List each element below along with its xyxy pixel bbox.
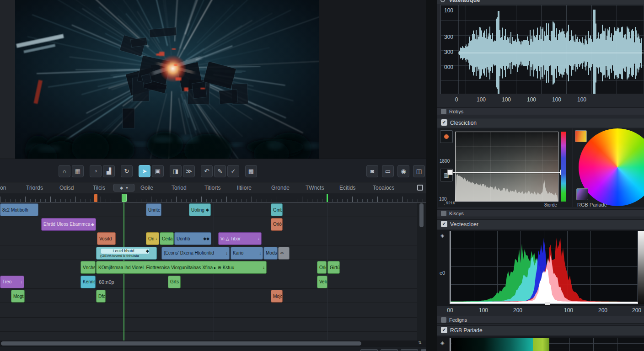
timeline-clip[interactable]: Unrite xyxy=(146,203,161,216)
timeline-clip[interactable]: Mojo xyxy=(271,290,283,303)
menu-item-6[interactable]: Toriod xyxy=(172,185,187,191)
kiscys-checkbox[interactable] xyxy=(441,211,446,216)
toolbar-button-frame-icon[interactable]: ▭ xyxy=(382,165,394,177)
timeline-clip[interactable]: Gmb xyxy=(271,203,283,216)
toolbar-button-brush-icon[interactable]: ✓ xyxy=(227,165,239,177)
timeline-clip[interactable]: Kario↓ xyxy=(231,247,263,260)
timeline-clip[interactable]: Mogts xyxy=(11,290,25,303)
toolbar-button-undo-icon[interactable]: ↶ xyxy=(201,165,213,177)
timeline-vertical-scrollbar[interactable] xyxy=(417,202,426,340)
toolbar-button-select-tool-icon[interactable]: ➤ xyxy=(139,165,150,177)
timeline-clip[interactable]: Vositd xyxy=(97,232,116,245)
timeline-clip[interactable]: Leuid bbutd◆(GEVA:tovmd b thhuisia xyxy=(96,247,157,260)
timeline-clip[interactable]: Treo↓ xyxy=(0,276,24,288)
timeline-clip[interactable]: Uoting◆ xyxy=(189,203,211,216)
timeline-clip[interactable]: Grts xyxy=(168,276,181,288)
section-kiscys[interactable]: Kiscys xyxy=(437,209,644,217)
timeline-clip[interactable]: Mods xyxy=(263,247,278,260)
toolbar-button-refresh-icon[interactable]: ↻ xyxy=(121,165,133,177)
menu-item-1[interactable]: on xyxy=(0,185,6,191)
bottom-button[interactable] xyxy=(401,349,418,351)
menu-tool-pill[interactable]: ◆▾ xyxy=(113,184,134,191)
slider-handle-left[interactable] xyxy=(447,170,453,175)
menu-item-12[interactable]: Tooaiocs xyxy=(373,185,394,191)
menu-item-8[interactable]: Iltiiore xyxy=(237,185,252,191)
timeline-clip[interactable]: Dfor xyxy=(96,290,106,303)
parade-checkbox[interactable] xyxy=(441,327,447,333)
toolbar-button-download-icon[interactable]: ◉ xyxy=(397,165,409,177)
timeline-clip[interactable]: 60:n0p xyxy=(97,276,120,288)
timeline-clip[interactable]: Girtú xyxy=(327,261,340,274)
scroll-end-icon[interactable]: ⇅ xyxy=(418,340,422,345)
menu-item-3[interactable]: Odisd xyxy=(59,185,74,191)
menu-item-10[interactable]: TWncts xyxy=(306,185,324,191)
toolbar-button-layout-icon[interactable]: ▣ xyxy=(152,165,164,177)
curves-checkbox[interactable] xyxy=(441,119,447,126)
menu-item-11[interactable]: Ecitids xyxy=(339,185,355,191)
menu-item-2[interactable]: Triords xyxy=(26,185,43,191)
bottom-button[interactable] xyxy=(381,349,398,351)
timeline-clip[interactable]: 8c2 Motibolh xyxy=(0,203,38,216)
bottom-button[interactable] xyxy=(360,349,378,351)
robys-label: Robys xyxy=(449,109,463,114)
toolbar-button-badge-icon[interactable]: ◙ xyxy=(366,165,378,177)
waveform-section-header[interactable]: Vatelatique xyxy=(437,0,644,4)
toolbar-button-media-bin-icon[interactable]: ▦ xyxy=(72,165,84,177)
robys-checkbox[interactable] xyxy=(441,109,446,114)
timeline-horizontal-scrollbar[interactable]: ⇅ xyxy=(0,340,426,346)
section-parade-header[interactable]: RGB Pariade xyxy=(437,325,644,335)
main-area: ⌂▦◔▟↻➤▣◨≫↶✎✓▩◙▭◉◫ onTriordsOdisdTilcisGo… xyxy=(0,0,430,351)
menu-item-7[interactable]: Titiorts xyxy=(204,185,221,191)
vertical-scroll-thumb[interactable] xyxy=(419,203,424,227)
timeline-clip[interactable]: Vnchs xyxy=(80,261,96,274)
toolbar-button-search-icon[interactable]: ◔ xyxy=(90,165,102,177)
toolbar-button-link-icon[interactable]: ◫ xyxy=(413,165,425,177)
menu-item-9[interactable]: Gronde xyxy=(271,185,290,191)
section-fedigns[interactable]: Fedigns xyxy=(437,316,644,324)
scopes-panel: Vatelatique 100300300000 010010010010010… xyxy=(437,0,644,351)
timeline-clip[interactable]: ∞ xyxy=(278,247,290,260)
menu-item-5[interactable]: Goile xyxy=(140,185,153,191)
orange-marker[interactable] xyxy=(94,194,97,202)
vectorscope-checkbox[interactable] xyxy=(441,221,447,227)
fedigns-checkbox[interactable] xyxy=(441,317,446,323)
timeline-clip[interactable]: Uonhb◆◆ xyxy=(174,232,211,245)
timeline-clip[interactable]: Vi △ Tibor↓ xyxy=(218,232,262,245)
toolbar-button-fast-forward-icon[interactable]: ≫ xyxy=(183,165,195,177)
cool-swatch[interactable] xyxy=(576,188,588,200)
horizontal-scroll-thumb[interactable] xyxy=(1,341,361,346)
section-vectorscope-header[interactable]: Vectescloer xyxy=(437,219,644,229)
timeline-clip[interactable]: On↓ xyxy=(146,232,159,245)
toolbar-button-stats-icon[interactable]: ▟ xyxy=(103,165,115,177)
timeline-settings-icon[interactable] xyxy=(417,185,423,191)
diamond-icon: ◈ xyxy=(440,233,444,239)
clip-label: Kario xyxy=(231,250,259,255)
timeline-clip[interactable]: Ehrtid Uleos Ebammca◆ xyxy=(41,218,96,231)
timeline-clip[interactable]: Orió xyxy=(271,218,283,231)
section-robys[interactable]: Robys xyxy=(437,107,644,115)
timeline-clip[interactable]: Orle xyxy=(317,261,327,274)
playhead-handle[interactable] xyxy=(122,194,127,202)
section-curves-header[interactable]: Clesciction xyxy=(437,118,644,128)
color-dot-button[interactable] xyxy=(440,130,453,143)
clip-label: Mods xyxy=(264,250,277,255)
color-wheel[interactable] xyxy=(579,128,644,206)
histogram-handle[interactable] xyxy=(545,302,550,305)
warm-swatch[interactable] xyxy=(575,130,587,142)
clip-label: Unrite xyxy=(146,207,161,213)
histogram-panel[interactable] xyxy=(455,132,558,202)
toolbar-button-eyedropper-icon[interactable]: ✎ xyxy=(214,165,226,177)
menu-item-4[interactable]: Tilcis xyxy=(93,185,105,191)
timeline-clip[interactable]: (Econs' Dxena Htofioritid↓ xyxy=(161,247,230,260)
toolbar-button-project-icon[interactable]: ⌂ xyxy=(59,165,70,177)
timeline-clip[interactable]: Velc xyxy=(317,276,327,288)
toolbar-button-panel-icon[interactable]: ◨ xyxy=(170,165,182,177)
timeline-clip[interactable]: KOmjifsmaa ihd VioreL Fiottresnisa Viorg… xyxy=(96,261,267,274)
timeline-clip[interactable]: Ceita xyxy=(160,232,174,245)
toolbar-button-pattern-icon[interactable]: ▩ xyxy=(245,165,257,177)
parade-band xyxy=(533,338,549,351)
levels-slider[interactable] xyxy=(452,172,562,173)
timeline-ruler[interactable] xyxy=(0,193,426,202)
wheel-label: RGB Pariade xyxy=(577,202,607,207)
timeline-clip[interactable]: Kenns xyxy=(80,276,96,288)
